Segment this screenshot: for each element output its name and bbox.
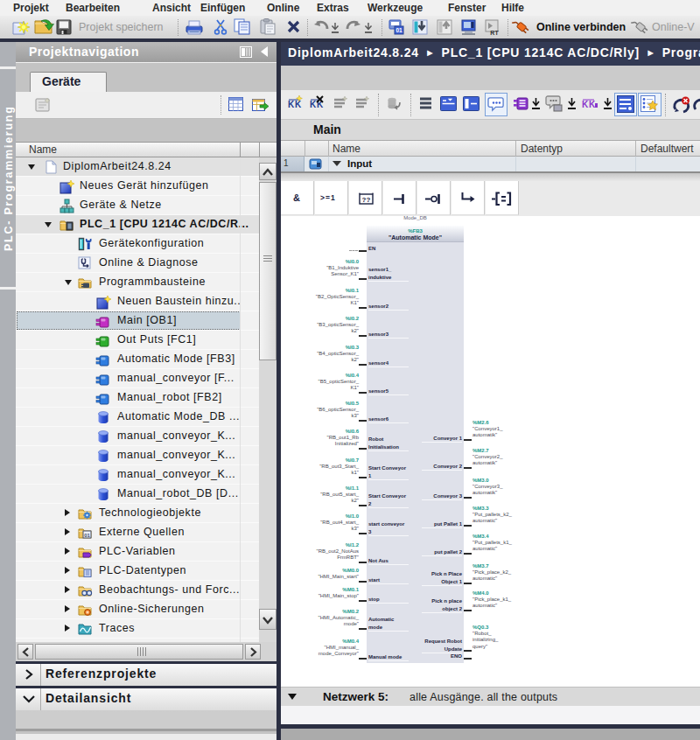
- svg-text:RT: RT: [490, 30, 499, 36]
- svg-text:01: 01: [84, 533, 90, 538]
- svg-text:01: 01: [396, 27, 402, 33]
